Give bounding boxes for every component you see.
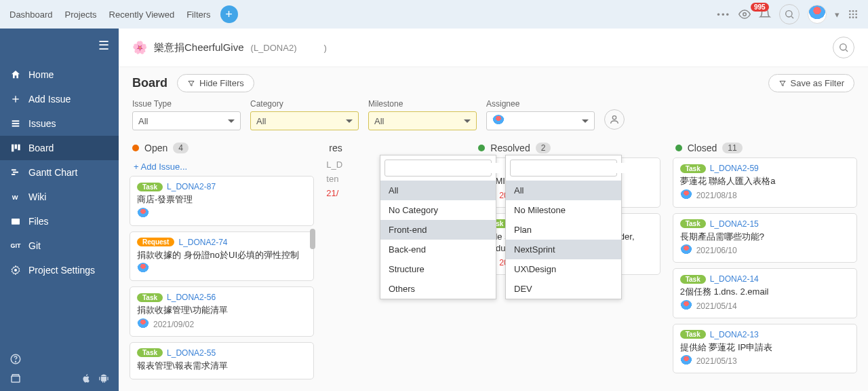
sidebar-item-add-issue[interactable]: Add Issue bbox=[0, 87, 119, 111]
status-dot bbox=[675, 145, 682, 151]
issue-key[interactable]: L_DONA2-15 bbox=[710, 219, 759, 229]
project-code: (L_DONA2) bbox=[251, 43, 297, 53]
project-logo-icon: 🌸 bbox=[132, 40, 147, 55]
milestone-dropdown[interactable]: All bbox=[368, 111, 477, 130]
svg-point-0 bbox=[743, 13, 747, 16]
svg-point-9 bbox=[849, 16, 851, 18]
issue-key[interactable]: L_DONA2-55 bbox=[167, 348, 216, 358]
sidebar-item-settings[interactable]: Project Settings bbox=[0, 258, 119, 282]
issue-card[interactable]: TaskL_DONA2-13 提供給 夢蓮花 IP申請表 2021/05/13 bbox=[673, 324, 857, 374]
issue-date: 2021/06/10 bbox=[696, 246, 737, 255]
nav-recent[interactable]: Recently Viewed bbox=[109, 10, 175, 20]
category-option-frontend[interactable]: Front-end bbox=[380, 220, 496, 240]
apple-icon[interactable] bbox=[81, 373, 92, 384]
sidebar-item-home[interactable]: Home bbox=[0, 62, 119, 87]
category-option-none[interactable]: No Category bbox=[380, 200, 496, 220]
sidebar-item-issues[interactable]: Issues bbox=[0, 111, 119, 136]
issue-card[interactable]: RequestL_DONA2-74 捐款收據的 身份證no於UI必填的彈性控制 bbox=[130, 231, 314, 282]
category-search[interactable] bbox=[384, 160, 492, 176]
issue-key[interactable]: L_DONA2-74 bbox=[178, 238, 227, 247]
issue-key[interactable]: L_DONA2-13 bbox=[710, 330, 759, 339]
svg-rect-14 bbox=[12, 126, 20, 127]
milestone-option-all[interactable]: All bbox=[506, 181, 621, 200]
issue-type-dropdown[interactable]: All bbox=[132, 111, 241, 130]
svg-line-28 bbox=[846, 50, 848, 52]
issue-card[interactable]: TaskL_DONA2-55 報表管理\報表需求清單 bbox=[130, 342, 314, 380]
svg-line-2 bbox=[791, 16, 793, 18]
home-icon bbox=[9, 69, 22, 80]
category-option-structure[interactable]: Structure bbox=[380, 259, 496, 279]
wiki-icon: W bbox=[9, 192, 22, 202]
avatar-icon bbox=[492, 115, 505, 127]
add-issue-link[interactable]: + Add Issue... bbox=[127, 157, 317, 176]
issue-card[interactable]: TaskL_DONA2-59 夢蓮花 聯絡人匯入表格a 2021/08/18 bbox=[673, 157, 857, 208]
issue-key[interactable]: L_DONA2-56 bbox=[167, 293, 216, 302]
sidebar-item-board[interactable]: Board bbox=[0, 136, 119, 160]
issue-tag: Task bbox=[680, 219, 706, 228]
issue-key[interactable]: L_DONA2-87 bbox=[167, 182, 216, 191]
milestone-option-ux[interactable]: UX\Design bbox=[506, 259, 621, 279]
sidebar-item-wiki[interactable]: WWiki bbox=[0, 185, 119, 209]
issue-key[interactable]: L_DONA2-14 bbox=[710, 274, 759, 284]
sidebar-item-git[interactable]: GITGit bbox=[0, 234, 119, 258]
issue-card[interactable]: TaskL_DONA2-15 長期產品需哪些功能? 2021/06/10 bbox=[673, 213, 857, 263]
nav-projects[interactable]: Projects bbox=[65, 10, 97, 20]
assignee-me-button[interactable] bbox=[604, 109, 625, 130]
issue-card[interactable]: TaskL_DONA2-14 2個任務 1.dns. 2.email 2021/… bbox=[673, 268, 857, 318]
sidebar: ☰ Home Add Issue Issues Board Gantt Char… bbox=[0, 29, 119, 391]
search-icon[interactable] bbox=[779, 4, 800, 24]
milestone-option-nextsprint[interactable]: NextSprint bbox=[506, 240, 621, 259]
hide-filters-button[interactable]: Hide Filters bbox=[177, 74, 254, 92]
category-option-backend[interactable]: Back-end bbox=[380, 240, 496, 259]
issue-card[interactable]: TaskL_DONA2-56 捐款收據管理\功能清單 2021/09/02 bbox=[130, 286, 314, 337]
milestone-option-none[interactable]: No Milestone bbox=[506, 200, 621, 220]
apps-grid-icon[interactable] bbox=[848, 9, 859, 20]
svg-rect-18 bbox=[12, 169, 16, 170]
watch-icon[interactable] bbox=[738, 8, 751, 20]
caret-down-icon bbox=[464, 119, 471, 123]
category-option-all[interactable]: All bbox=[380, 181, 496, 200]
issue-subject: 報表管理\報表需求清單 bbox=[137, 360, 307, 372]
add-button[interactable]: + bbox=[220, 5, 238, 23]
milestone-search-input[interactable] bbox=[517, 163, 631, 173]
nav-dashboard[interactable]: Dashboard bbox=[9, 10, 53, 20]
category-dropdown[interactable]: All bbox=[250, 111, 359, 130]
hamburger-icon[interactable]: ☰ bbox=[0, 29, 119, 62]
more-icon[interactable]: ••• bbox=[717, 10, 730, 20]
category-search-input[interactable] bbox=[392, 163, 506, 173]
avatar-icon bbox=[680, 355, 692, 367]
nav-filters[interactable]: Filters bbox=[186, 10, 210, 20]
svg-rect-22 bbox=[12, 219, 20, 225]
avatar-caret-icon[interactable]: ▾ bbox=[835, 10, 840, 20]
issue-key[interactable]: L_DONA2-59 bbox=[710, 164, 759, 173]
category-option-others[interactable]: Others bbox=[380, 279, 496, 299]
svg-text:W: W bbox=[12, 194, 18, 201]
caret-down-icon bbox=[346, 119, 353, 123]
milestone-search[interactable] bbox=[510, 160, 617, 176]
filter-icon bbox=[187, 79, 195, 88]
issue-card[interactable]: TaskL_DONA2-87 商店-發票管理 bbox=[130, 176, 314, 226]
save-filter-button[interactable]: Save as Filter bbox=[768, 74, 854, 92]
milestone-option-dev[interactable]: DEV bbox=[506, 279, 621, 299]
help-icon[interactable] bbox=[9, 353, 109, 365]
project-paren: ) bbox=[323, 43, 326, 53]
column-open: Open4 + Add Issue... TaskL_DONA2-87 商店-發… bbox=[127, 138, 317, 386]
notifications-icon[interactable]: 995 bbox=[759, 8, 771, 20]
milestone-option-plan[interactable]: Plan bbox=[506, 220, 621, 240]
avatar[interactable] bbox=[808, 5, 827, 24]
android-icon[interactable] bbox=[98, 373, 109, 384]
assignee-dropdown[interactable] bbox=[486, 111, 595, 130]
avatar-icon bbox=[137, 263, 149, 275]
store-icon[interactable] bbox=[9, 372, 22, 384]
board-bar: Board Hide Filters Save as Filter bbox=[119, 67, 868, 99]
issue-tag: Request bbox=[137, 238, 174, 246]
issue-tag: Task bbox=[137, 183, 163, 191]
issue-subject: 捐款收據管理\功能清單 bbox=[137, 304, 307, 316]
project-search-icon[interactable] bbox=[833, 37, 854, 58]
caret-down-icon bbox=[228, 119, 235, 123]
list-icon bbox=[9, 118, 22, 129]
svg-point-29 bbox=[612, 116, 616, 119]
svg-rect-17 bbox=[18, 145, 20, 151]
sidebar-item-gantt[interactable]: Gantt Chart bbox=[0, 160, 119, 185]
sidebar-item-files[interactable]: Files bbox=[0, 209, 119, 234]
